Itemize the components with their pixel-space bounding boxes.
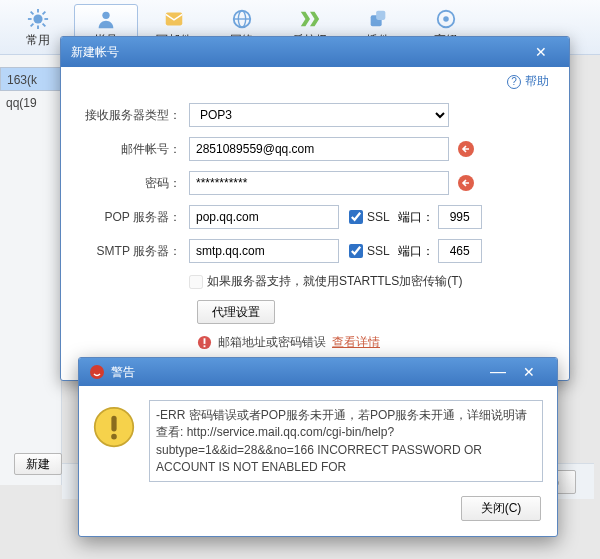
close-icon[interactable]: ✕ <box>523 44 559 60</box>
smtp-server-input[interactable] <box>189 239 339 263</box>
label-pop-server: POP 服务器： <box>79 209 189 226</box>
svg-rect-22 <box>204 345 206 347</box>
error-icon <box>197 335 212 350</box>
user-icon <box>95 8 117 30</box>
svg-point-23 <box>90 365 104 379</box>
svg-rect-15 <box>376 11 385 20</box>
clear-icon[interactable] <box>457 174 475 192</box>
label-recv-type: 接收服务器类型： <box>79 107 189 124</box>
help-link[interactable]: ? 帮助 <box>507 73 549 90</box>
advanced-icon <box>435 8 457 30</box>
pop-port-input[interactable] <box>438 205 482 229</box>
close-icon[interactable]: ✕ <box>511 364 547 380</box>
help-icon: ? <box>507 75 521 89</box>
clear-icon[interactable] <box>457 140 475 158</box>
dialog-titlebar[interactable]: 新建帐号 ✕ <box>61 37 569 67</box>
dialog-title: 新建帐号 <box>71 44 523 61</box>
recv-type-select[interactable]: POP3 <box>189 103 449 127</box>
warning-close-button[interactable]: 关闭(C) <box>461 496 541 521</box>
error-details-link[interactable]: 查看详情 <box>332 334 380 351</box>
starttls-checkbox[interactable]: 如果服务器支持，就使用STARTTLS加密传输(T) <box>189 273 463 290</box>
svg-line-7 <box>31 24 34 27</box>
smtp-ssl-checkbox[interactable]: SSL <box>349 244 390 258</box>
warning-message[interactable]: -ERR 密码错误或者POP服务未开通，若POP服务未开通，详细说明请查看: h… <box>149 400 543 482</box>
proxy-settings-button[interactable]: 代理设置 <box>197 300 275 324</box>
mail-account-input[interactable] <box>189 137 449 161</box>
label-port: 端口： <box>398 243 434 260</box>
account-list: 163(k qq(19 新建 <box>0 55 62 485</box>
svg-point-0 <box>33 14 42 23</box>
label-port: 端口： <box>398 209 434 226</box>
svg-rect-25 <box>111 416 116 432</box>
list-item[interactable]: qq(19 <box>0 91 61 115</box>
svg-point-9 <box>102 12 109 19</box>
minimize-icon[interactable]: — <box>485 365 511 379</box>
svg-line-6 <box>43 24 46 27</box>
label-smtp-server: SMTP 服务器： <box>79 243 189 260</box>
gear-icon <box>27 8 49 30</box>
new-account-button[interactable]: 新建 <box>14 453 62 475</box>
toolbar-label: 常用 <box>26 32 50 49</box>
help-label: 帮助 <box>525 73 549 90</box>
app-icon <box>89 364 105 380</box>
svg-point-17 <box>443 16 449 22</box>
svg-rect-10 <box>166 13 183 26</box>
svg-rect-21 <box>204 338 206 344</box>
warning-dialog: 警告 — ✕ -ERR 密码错误或者POP服务未开通，若POP服务未开通，详细说… <box>78 357 558 537</box>
smtp-port-input[interactable] <box>438 239 482 263</box>
label-password: 密码： <box>79 175 189 192</box>
warning-titlebar[interactable]: 警告 — ✕ <box>79 358 557 386</box>
warning-title: 警告 <box>111 364 485 381</box>
globe-icon <box>231 8 253 30</box>
password-input[interactable] <box>189 171 449 195</box>
pop-server-input[interactable] <box>189 205 339 229</box>
pop-ssl-checkbox[interactable]: SSL <box>349 210 390 224</box>
svg-line-5 <box>31 12 34 15</box>
error-text: 邮箱地址或密码错误 <box>218 334 326 351</box>
new-account-dialog: 新建帐号 ✕ ? 帮助 接收服务器类型： POP3 邮件帐号： 密码： <box>60 36 570 381</box>
plugin-icon <box>367 8 389 30</box>
label-mail-account: 邮件帐号： <box>79 141 189 158</box>
warning-icon <box>93 406 135 448</box>
svg-line-8 <box>43 12 46 15</box>
compose-icon <box>163 8 185 30</box>
svg-point-26 <box>111 434 117 440</box>
recycle-icon <box>299 8 321 30</box>
